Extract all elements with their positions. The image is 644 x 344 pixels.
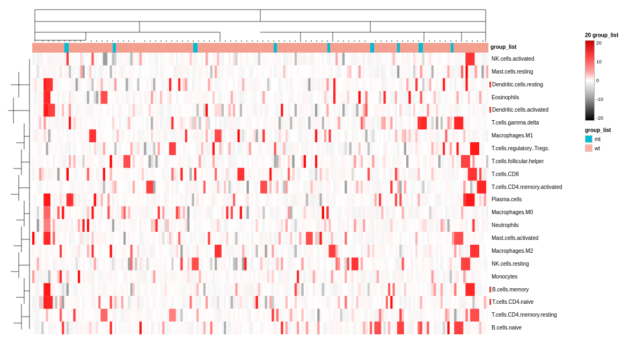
- row-label-14: Mast.cells.activated: [492, 235, 538, 241]
- row-label-21: B.cells.naive: [492, 325, 522, 331]
- dendrogram-left: [3, 53, 32, 334]
- color-gradient: [585, 40, 595, 121]
- row-labels: NK.cells.activatedMast.cells.restingDend…: [489, 53, 597, 334]
- row-label-7: T.cells.regulatory..Tregs.: [492, 145, 550, 151]
- legend-label-wt: wt: [595, 145, 600, 151]
- colorbar-group-title: group_list: [592, 32, 618, 38]
- row-label-6: Macrophages.M1: [492, 133, 533, 138]
- group-bar-label: group_list: [491, 44, 516, 50]
- colorbar-title: 20 group_list: [585, 32, 641, 38]
- row-label-16: NK.cells.resting: [492, 261, 529, 267]
- legend-tick-mid-low: -10: [596, 97, 603, 102]
- row-label-17: Monocytes: [492, 274, 517, 280]
- row-label-0: NK.cells.activated: [492, 56, 534, 62]
- legend-tick-mid-high: 10: [596, 59, 603, 64]
- heatmap-canvas: [32, 53, 488, 334]
- row-label-3: Eosinophils: [492, 94, 519, 100]
- row-label-11: Plasma.cells: [492, 196, 522, 202]
- row-label-8: T.cells.follicular.helper: [492, 158, 544, 164]
- main-container: group_list: [0, 0, 644, 344]
- dendrogram-top: [32, 5, 488, 43]
- row-label-13: Neutrophils: [492, 222, 519, 228]
- row-label-9: T.cells.CD8: [492, 171, 519, 177]
- row-label-20: T.cells.CD4.memory.resting: [492, 312, 557, 318]
- row-label-5: T.cells.gamma.delta: [492, 120, 539, 126]
- legend-tick-bottom: -20: [596, 115, 603, 121]
- row-label-19: T.cells.CD4.naive: [489, 299, 533, 305]
- row-label-2: Dendritic.cells.resting: [489, 82, 543, 87]
- group-legend-title: group_list: [585, 127, 641, 133]
- legend-tick-mid: 0: [596, 78, 603, 83]
- legend-tick-top: 20: [596, 40, 603, 46]
- legend-item-wt: wt: [585, 144, 641, 152]
- legend-area: 20 group_list 20 10 0 -10 -20 group_list…: [585, 32, 641, 193]
- legend-item-mt: mt: [585, 135, 641, 143]
- row-label-1: Mast.cells.resting: [492, 69, 533, 75]
- legend-label-mt: mt: [595, 136, 601, 142]
- legend-color-mt: [585, 135, 592, 143]
- row-label-12: Macrophages.M0: [492, 209, 533, 215]
- row-label-18: B.cells.memory: [489, 287, 529, 292]
- group-bar: [32, 43, 488, 53]
- row-label-15: Macrophages.M2: [492, 248, 533, 254]
- row-label-4: Dendritic.cells.activated: [489, 107, 548, 113]
- row-label-10: T.cells.CD4.memory.activated: [492, 184, 562, 190]
- legend-color-wt: [585, 144, 592, 152]
